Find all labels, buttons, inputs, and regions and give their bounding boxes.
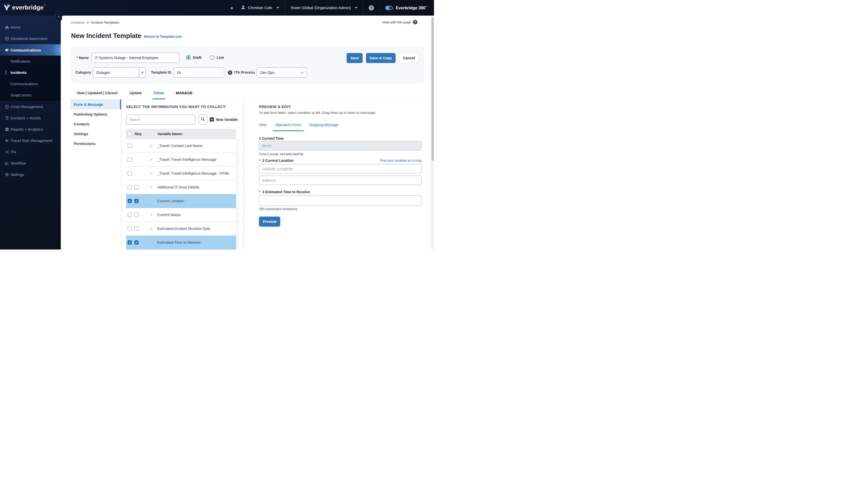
user-name: Christian Cole	[248, 5, 272, 10]
section-nav-publishing-options[interactable]: Publishing Options	[70, 109, 121, 119]
select-checkbox[interactable]	[127, 185, 132, 190]
sidebar-item-home[interactable]: Home	[0, 22, 62, 33]
add-variable-icon[interactable]: +	[150, 171, 153, 176]
page-scrollbar[interactable]	[431, 15, 434, 250]
sidebar-item-communications-sub[interactable]: Communications	[0, 78, 62, 89]
sidebar-item-contacts-assets[interactable]: Contacts + Assets	[0, 112, 62, 124]
section-nav-settings[interactable]: Settings	[70, 129, 121, 139]
category-select[interactable]: Outages	[93, 67, 146, 78]
required-asterisk: *	[259, 159, 260, 162]
sidebar-item-communications[interactable]: Communications	[0, 44, 62, 56]
sidebar-item-reports-analytics[interactable]: Reports + Analytics	[0, 124, 62, 135]
req-checkbox[interactable]	[134, 227, 139, 231]
communications-submenu: Notifications Incidents Communications S…	[0, 56, 62, 101]
add-variable-icon[interactable]: +	[150, 226, 153, 231]
help-with-page-link[interactable]: Help with this page ?	[382, 20, 418, 24]
tab-outgoing-message[interactable]: Outgoing Message	[306, 122, 341, 130]
sidebar-item-incidents[interactable]: Incidents	[0, 67, 62, 78]
organization-menu[interactable]: Tower Global (Organization Admin)	[290, 5, 357, 10]
add-variable-icon[interactable]: +	[150, 184, 153, 190]
variable-list-scrollbar[interactable]	[236, 139, 239, 250]
help-icon[interactable]: ?	[369, 5, 374, 11]
select-checkbox[interactable]	[127, 158, 132, 162]
save-and-copy-button[interactable]: Save & Copy	[366, 53, 396, 63]
select-checkbox[interactable]: ✓	[127, 199, 132, 203]
variable-row[interactable]: +_Travel: Travel Intelligence Message	[126, 153, 236, 167]
sidebar-item-snapcomms[interactable]: SnapComms	[0, 89, 62, 101]
select-checkbox[interactable]	[127, 144, 132, 148]
req-checkbox[interactable]	[134, 213, 139, 217]
sidebar-item-situational-awareness[interactable]: Situational Awareness	[0, 33, 62, 44]
search-input[interactable]	[126, 114, 195, 125]
name-input[interactable]	[91, 53, 179, 63]
template-meta-panel: *Name Draft Live Save Save & Copy Cancel…	[71, 47, 424, 83]
breadcrumb-incidents[interactable]: Incidents	[71, 21, 85, 24]
template-id-input[interactable]	[174, 67, 224, 78]
section-nav-form-message[interactable]: Form & Message	[70, 99, 121, 109]
add-variable-icon[interactable]: +	[150, 143, 153, 148]
view-label: View:	[259, 122, 267, 126]
user-menu[interactable]: Christian Cole	[240, 5, 279, 11]
variable-row[interactable]: ✓✓+Current Location	[126, 194, 236, 208]
collect-heading: SELECT THE INFORMATION YOU WANT TO COLLE…	[126, 105, 226, 109]
section-nav-permissions[interactable]: Permissions	[70, 139, 121, 148]
collapse-header-icon[interactable]: »	[230, 5, 233, 11]
select-checkbox[interactable]	[127, 171, 132, 175]
megaphone-icon	[5, 48, 9, 52]
return-to-template-list-link[interactable]: Return to Template List	[144, 35, 182, 38]
network-nodes-icon	[5, 150, 9, 154]
tab-manage[interactable]: MANAGE	[174, 90, 194, 99]
variable-row[interactable]: +Current Status	[126, 208, 236, 222]
variable-row[interactable]: +Estimated Incident Resolve Date	[126, 222, 236, 236]
add-variable-icon[interactable]: +	[150, 240, 153, 245]
product-trademark: ™	[425, 6, 427, 8]
select-checkbox[interactable]: ✓	[127, 241, 132, 245]
sidebar-collapse-button[interactable]: «	[55, 11, 62, 21]
everbridge-360-toggle[interactable]	[385, 6, 393, 10]
variable-rows: +_Travel: Contact Last Name+_Travel: Tra…	[126, 139, 236, 250]
sort-icon[interactable]	[181, 132, 183, 135]
tab-new-updated-closed[interactable]: New | Updated | Closed	[76, 90, 119, 99]
address-input[interactable]	[259, 175, 422, 185]
live-radio[interactable]: Live	[210, 55, 224, 60]
sidebar-item-workflow[interactable]: Workflow	[0, 158, 62, 169]
draft-radio[interactable]: Draft	[186, 55, 201, 60]
variable-row[interactable]: +Additional IT Issue Details	[126, 180, 236, 194]
tab-operators-form[interactable]: Operator's Form	[273, 122, 303, 131]
tab-update[interactable]: Update	[128, 90, 143, 99]
sidebar-item-settings[interactable]: Settings	[0, 169, 62, 180]
sidebar-item-travel-risk[interactable]: Travel Risk Management	[0, 135, 62, 146]
section-nav-contacts[interactable]: Contacts	[70, 119, 121, 129]
add-variable-icon[interactable]: +	[150, 198, 153, 204]
add-variable-icon[interactable]: +	[150, 212, 153, 218]
variable-row[interactable]: +_Travel: Contact Last Name	[126, 139, 236, 153]
airplane-icon	[5, 138, 9, 143]
select-checkbox[interactable]	[127, 227, 132, 231]
variable-row[interactable]: +_Travel: Travel Intelligence Message - …	[126, 167, 236, 180]
search-button[interactable]	[199, 114, 207, 125]
select-checkbox[interactable]	[127, 213, 132, 217]
find-location-link[interactable]: Find your location on a map	[380, 159, 422, 162]
sidebar-item-notifications[interactable]: Notifications	[0, 56, 62, 67]
req-checkbox[interactable]: ✓	[134, 241, 139, 245]
preview-button[interactable]: Preview	[259, 217, 280, 227]
page-title: New Incident Template	[71, 32, 141, 40]
new-variable-button[interactable]: + New Variable	[210, 117, 238, 122]
save-button[interactable]: Save	[347, 53, 363, 63]
tab-close[interactable]: Close	[152, 90, 165, 99]
select-all-checkbox[interactable]	[127, 132, 132, 136]
cancel-button[interactable]: Cancel	[399, 53, 419, 63]
field-2-label: * 2 Current Location	[259, 159, 294, 162]
variable-row[interactable]: ✓✓+Estimated Time to Resolve	[126, 236, 236, 250]
req-checkbox[interactable]	[134, 185, 139, 190]
page-scrollbar-thumb[interactable]	[432, 17, 434, 161]
sidebar-item-ita[interactable]: ITA	[0, 146, 62, 158]
latitude-longitude-input[interactable]	[259, 164, 422, 173]
add-variable-icon[interactable]: +	[150, 157, 153, 162]
sidebar-item-crisis-management[interactable]: Crisis Management	[0, 101, 62, 112]
estimated-time-input[interactable]	[259, 195, 422, 206]
req-checkbox[interactable]: ✓	[134, 199, 139, 203]
current-time-input	[259, 141, 422, 150]
ita-process-select[interactable]: Dev Ops	[257, 67, 307, 78]
map-pin-person-icon	[5, 116, 9, 120]
